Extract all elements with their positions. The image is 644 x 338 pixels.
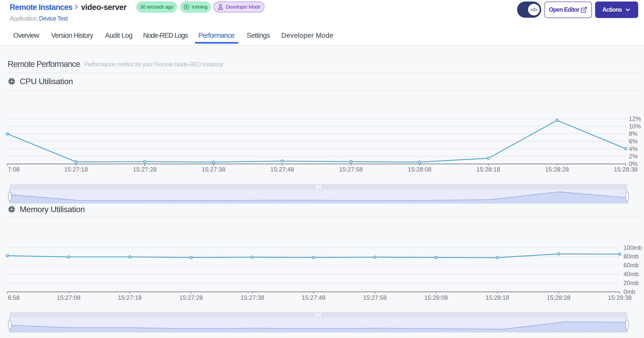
svg-text:15:28:28: 15:28:28: [547, 294, 570, 301]
svg-text:6%: 6%: [629, 138, 638, 145]
svg-text:15:27:38: 15:27:38: [241, 294, 264, 301]
svg-text:80mb: 80mb: [623, 253, 639, 260]
svg-text:15:28:08: 15:28:08: [408, 166, 431, 173]
svg-text:15:28:38: 15:28:38: [608, 294, 632, 301]
svg-text:8%: 8%: [629, 130, 638, 137]
svg-text:15:27:48: 15:27:48: [302, 294, 325, 301]
svg-text:15:27:58: 15:27:58: [363, 294, 386, 301]
svg-text:60mb: 60mb: [623, 262, 639, 269]
svg-text:15:27:28: 15:27:28: [179, 294, 203, 301]
svg-text:15:27:48: 15:27:48: [270, 166, 294, 173]
svg-text:4%: 4%: [629, 145, 638, 152]
svg-text:15:27:28: 15:27:28: [133, 166, 157, 173]
svg-text:6:58: 6:58: [8, 294, 20, 301]
svg-text:10%: 10%: [629, 123, 641, 130]
svg-text:15:28:38: 15:28:38: [614, 166, 637, 173]
svg-text:15:27:18: 15:27:18: [118, 294, 142, 301]
svg-text:20mb: 20mb: [623, 279, 639, 286]
svg-text:15:28:18: 15:28:18: [485, 294, 509, 301]
svg-text:15:28:08: 15:28:08: [424, 294, 448, 301]
svg-text:15:28:28: 15:28:28: [545, 166, 569, 173]
svg-text:40mb: 40mb: [623, 271, 639, 277]
svg-text:15:27:08: 15:27:08: [57, 294, 80, 301]
svg-text:15:27:58: 15:27:58: [339, 166, 363, 173]
svg-text:2%: 2%: [629, 153, 638, 160]
svg-text:15:27:18: 15:27:18: [64, 166, 88, 173]
svg-text:7:08: 7:08: [8, 166, 20, 173]
svg-text:15:28:18: 15:28:18: [477, 166, 500, 173]
svg-text:12%: 12%: [629, 115, 641, 122]
svg-text:15:27:38: 15:27:38: [202, 166, 225, 173]
svg-text:100mb: 100mb: [623, 244, 642, 251]
